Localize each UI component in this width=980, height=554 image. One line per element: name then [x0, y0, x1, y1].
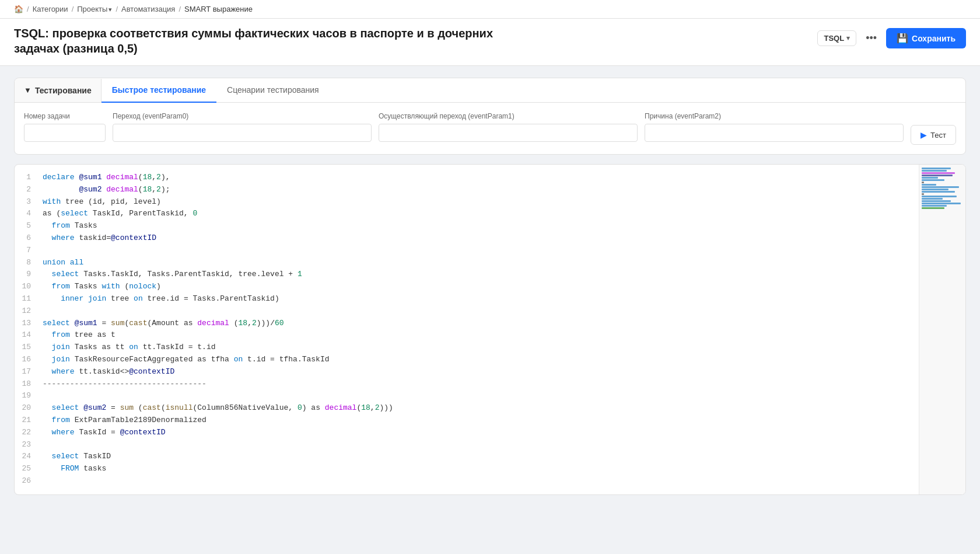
page-title: TSQL: проверка соответствия суммы фактич… — [14, 26, 539, 56]
main-content: ▼ Тестирование Быстрое тестирование Сцен… — [0, 66, 980, 550]
breadcrumb-projects[interactable]: Проекты▾ — [77, 5, 112, 13]
code-line-2: @sum2 decimal(18,2); — [43, 184, 958, 196]
breadcrumb-current: SMART выражение — [184, 5, 253, 13]
code-line-11: inner join tree on tree.id = Tasks.Paren… — [43, 293, 958, 305]
collapse-icon: ▼ — [24, 86, 32, 95]
more-options-button[interactable]: ••• — [861, 29, 881, 47]
lang-label: TSQL — [824, 34, 844, 43]
tab-quick-testing[interactable]: Быстрое тестирование — [102, 78, 216, 103]
breadcrumb-categories[interactable]: Категории — [33, 5, 68, 13]
code-line-13: select @sum1 = sum(cast(Amount as decima… — [43, 318, 958, 330]
param-event0-label: Переход (eventParam0) — [113, 112, 372, 120]
param-event1-input[interactable] — [379, 124, 638, 142]
code-editor-inner: 1234567891011121314151617181920212223242… — [15, 165, 965, 494]
code-editor[interactable]: 1234567891011121314151617181920212223242… — [14, 164, 966, 495]
param-task-number-label: Номер задачи — [24, 112, 106, 120]
param-event2: Причина (eventParam2) — [645, 112, 904, 142]
param-event2-input[interactable] — [645, 124, 904, 142]
code-content[interactable]: declare @sum1 decimal(18,2), @sum2 decim… — [38, 172, 965, 487]
test-label: Тест — [930, 131, 946, 140]
test-button[interactable]: ▶ Тест — [911, 125, 956, 145]
save-button[interactable]: 💾 Сохранить — [886, 28, 966, 48]
breadcrumb-sep-3: / — [178, 5, 181, 13]
param-event1-label: Осуществляющий переход (eventParam1) — [379, 112, 638, 120]
param-event1: Осуществляющий переход (eventParam1) — [379, 112, 638, 142]
tab-bar: Быстрое тестирование Сценарии тестирован… — [102, 78, 330, 102]
code-line-22: where TaskId = @contextID — [43, 427, 958, 439]
code-line-25: FROM tasks — [43, 463, 958, 475]
testing-body: Номер задачи Переход (eventParam0) Осуще… — [15, 103, 965, 154]
code-line-7 — [43, 245, 958, 257]
play-icon: ▶ — [921, 130, 927, 140]
tab-scenario-testing[interactable]: Сценарии тестирования — [216, 78, 330, 103]
code-line-23 — [43, 439, 958, 451]
code-line-14: from tree as t — [43, 329, 958, 342]
param-event0: Переход (eventParam0) — [113, 112, 372, 142]
param-task-number: Номер задачи — [24, 112, 106, 142]
save-icon: 💾 — [897, 33, 908, 44]
code-line-20: select @sum2 = sum (cast(isnull(Column85… — [43, 402, 958, 414]
code-line-24: select TaskID — [43, 451, 958, 463]
code-line-15: join Tasks as tt on tt.TaskId = t.id — [43, 342, 958, 354]
testing-panel: ▼ Тестирование Быстрое тестирование Сцен… — [14, 78, 966, 155]
code-line-21: from ExtParamTable2189Denormalized — [43, 414, 958, 427]
testing-label: Тестирование — [35, 86, 92, 95]
code-line-19 — [43, 390, 958, 402]
testing-header: ▼ Тестирование Быстрое тестирование Сцен… — [15, 78, 965, 103]
code-line-16: join TaskResourceFactAggregated as tfha … — [43, 354, 958, 366]
home-icon[interactable]: 🏠 — [14, 5, 23, 13]
breadcrumb-automation[interactable]: Автоматизация — [121, 5, 175, 13]
param-event0-input[interactable] — [113, 124, 372, 142]
breadcrumb-sep-2: / — [116, 5, 118, 13]
breadcrumb-sep-0: / — [27, 5, 29, 13]
param-task-number-input[interactable] — [24, 124, 106, 142]
minimap — [919, 165, 965, 494]
code-line-9: select Tasks.TaskId, Tasks.ParentTaskid,… — [43, 269, 958, 281]
breadcrumb: 🏠 / Категории / Проекты▾ / Автоматизация… — [0, 0, 980, 19]
param-event2-label: Причина (eventParam2) — [645, 112, 904, 120]
line-numbers: 1234567891011121314151617181920212223242… — [15, 172, 38, 487]
code-line-6: where taskid=@contextID — [43, 232, 958, 245]
minimap-content — [919, 165, 965, 212]
save-label: Сохранить — [912, 34, 956, 43]
code-line-8: union all — [43, 257, 958, 269]
code-line-10: from Tasks with (nolock) — [43, 281, 958, 293]
lang-selector[interactable]: TSQL ▾ — [817, 30, 856, 46]
code-line-4: as (select TaskId, ParentTaskid, 0 — [43, 208, 958, 220]
testing-toggle[interactable]: ▼ Тестирование — [15, 79, 102, 102]
chevron-down-icon: ▾ — [846, 34, 850, 42]
code-line-18: ------------------------------------ — [43, 378, 958, 391]
code-line-26 — [43, 475, 958, 487]
code-line-12 — [43, 305, 958, 318]
breadcrumb-sep-1: / — [72, 5, 74, 13]
code-line-17: where tt.taskid<>@contextID — [43, 366, 958, 378]
code-line-5: from Tasks — [43, 220, 958, 232]
code-line-1: declare @sum1 decimal(18,2), — [43, 172, 958, 184]
page-header: TSQL: проверка соответствия суммы фактич… — [0, 19, 980, 66]
header-actions: TSQL ▾ ••• 💾 Сохранить — [817, 28, 966, 48]
params-row: Номер задачи Переход (eventParam0) Осуще… — [24, 112, 956, 145]
test-btn-container: ▶ Тест — [911, 112, 956, 145]
code-line-3: with tree (id, pid, level) — [43, 196, 958, 208]
